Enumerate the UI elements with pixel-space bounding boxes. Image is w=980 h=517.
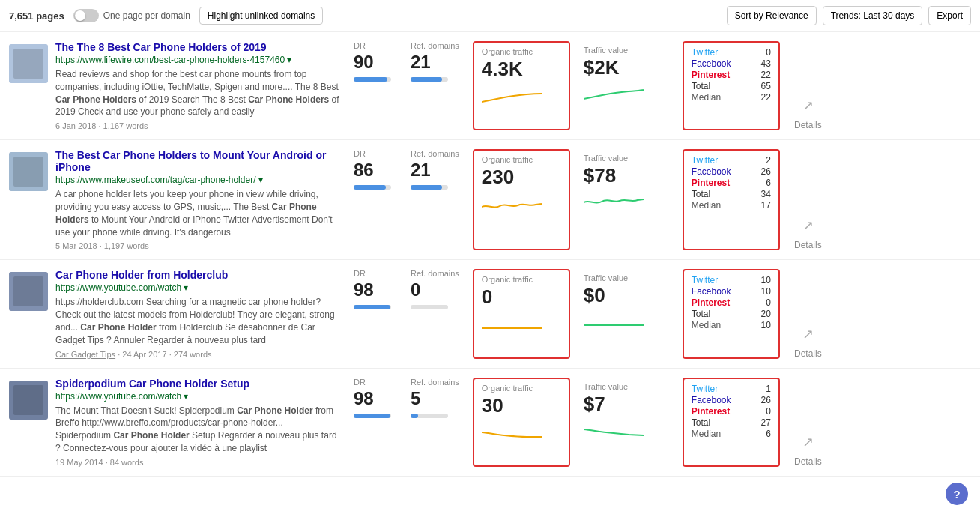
result-url[interactable]: https://www.lifewire.com/best-car-phone-…	[55, 55, 340, 65]
sort-btn[interactable]: Sort by Relevance	[727, 6, 817, 25]
toolbar-right: Sort by Relevance Trends: Last 30 days E…	[727, 6, 971, 25]
result-snippet: A car phone holder lets you keep your ph…	[55, 188, 340, 238]
details-block: ↗Details	[787, 378, 829, 467]
result-url[interactable]: https://www.youtube.com/watch ▾	[55, 391, 340, 402]
result-thumb	[9, 381, 48, 420]
results-list: The The 8 Best Car Phone Holders of 2019…	[0, 32, 980, 477]
result-row: The Best Car Phone Holders to Mount Your…	[0, 140, 980, 260]
details-block: ↗Details	[787, 41, 829, 130]
result-title[interactable]: Spiderpodium Car Phone Holder Setup	[55, 378, 340, 390]
result-snippet: https://holderclub.com Searching for a m…	[55, 296, 340, 346]
one-page-toggle[interactable]	[73, 9, 99, 22]
trends-btn[interactable]: Trends: Last 30 days	[823, 6, 923, 25]
result-content: The Best Car Phone Holders to Mount Your…	[55, 149, 340, 250]
social-block: Twitter1Facebook26Pinterest0Total27Media…	[683, 378, 780, 467]
details-link[interactable]: Details	[794, 348, 822, 359]
organic-traffic-block: Organic traffic230	[473, 149, 570, 250]
details-link[interactable]: Details	[794, 120, 822, 130]
export-btn[interactable]: Export	[928, 6, 971, 25]
details-block: ↗Details	[787, 149, 829, 250]
ref-domains-block: Ref. domains0	[405, 269, 465, 358]
trend-arrow-icon: ↗	[802, 217, 814, 234]
result-meta: 5 Mar 2018 · 1,197 words	[55, 241, 340, 250]
highlight-btn[interactable]: Highlight unlinked domains	[199, 7, 323, 25]
result-row: Spiderpodium Car Phone Holder Setuphttps…	[0, 369, 980, 477]
result-row: The The 8 Best Car Phone Holders of 2019…	[0, 32, 980, 140]
traffic-value-block: Traffic value$78	[578, 149, 675, 250]
result-url[interactable]: https://www.youtube.com/watch ▾	[55, 282, 340, 293]
dr-block: DR90	[348, 41, 397, 130]
organic-traffic-block: Organic traffic30	[473, 378, 570, 467]
traffic-value-block: Traffic value$0	[578, 269, 675, 358]
toggle-label: One page per domain	[103, 10, 190, 21]
dr-block: DR98	[348, 269, 397, 358]
result-content: Spiderpodium Car Phone Holder Setuphttps…	[55, 378, 340, 467]
trend-arrow-icon: ↗	[802, 326, 814, 342]
details-link[interactable]: Details	[794, 240, 822, 250]
result-thumb	[9, 272, 48, 311]
ref-domains-block: Ref. domains21	[405, 41, 465, 130]
toolbar: 7,651 pages One page per domain Highligh…	[0, 0, 980, 32]
result-row: Car Phone Holder from Holderclubhttps://…	[0, 260, 980, 368]
pages-count: 7,651 pages	[9, 10, 64, 22]
social-block: Twitter0Facebook43Pinterest22Total65Medi…	[683, 41, 780, 130]
details-block: ↗Details	[787, 269, 829, 358]
result-content: The The 8 Best Car Phone Holders of 2019…	[55, 41, 340, 130]
organic-traffic-block: Organic traffic4.3K	[473, 41, 570, 130]
result-title[interactable]: The The 8 Best Car Phone Holders of 2019	[55, 41, 340, 53]
trend-arrow-icon: ↗	[802, 97, 814, 114]
result-content: Car Phone Holder from Holderclubhttps://…	[55, 269, 340, 358]
social-block: Twitter2Facebook26Pinterest6Total34Media…	[683, 149, 780, 250]
result-snippet: Read reviews and shop for the best car p…	[55, 68, 340, 118]
traffic-value-block: Traffic value$7	[578, 378, 675, 467]
result-thumb	[9, 44, 48, 83]
trend-arrow-icon: ↗	[802, 434, 814, 450]
result-meta: 19 May 2014 · 84 words	[55, 458, 340, 467]
ref-domains-block: Ref. domains21	[405, 149, 465, 250]
result-meta: 6 Jan 2018 · 1,167 words	[55, 121, 340, 130]
result-thumb	[9, 152, 48, 191]
details-link[interactable]: Details	[794, 456, 822, 467]
ref-domains-block: Ref. domains5	[405, 378, 465, 467]
toggle-wrap: One page per domain	[73, 9, 190, 22]
result-snippet: The Mount That Doesn't Suck! Spiderpodiu…	[55, 405, 340, 455]
dr-block: DR98	[348, 378, 397, 467]
result-title[interactable]: The Best Car Phone Holders to Mount Your…	[55, 149, 340, 173]
result-meta: Car Gadget Tips · 24 Apr 2017 · 274 word…	[55, 350, 340, 359]
result-url[interactable]: https://www.makeuseof.com/tag/car-phone-…	[55, 175, 340, 185]
result-title[interactable]: Car Phone Holder from Holderclub	[55, 269, 340, 281]
organic-traffic-block: Organic traffic0	[473, 269, 570, 358]
social-block: Twitter10Facebook10Pinterest0Total20Medi…	[683, 269, 780, 358]
traffic-value-block: Traffic value$2K	[578, 41, 675, 130]
dr-block: DR86	[348, 149, 397, 250]
